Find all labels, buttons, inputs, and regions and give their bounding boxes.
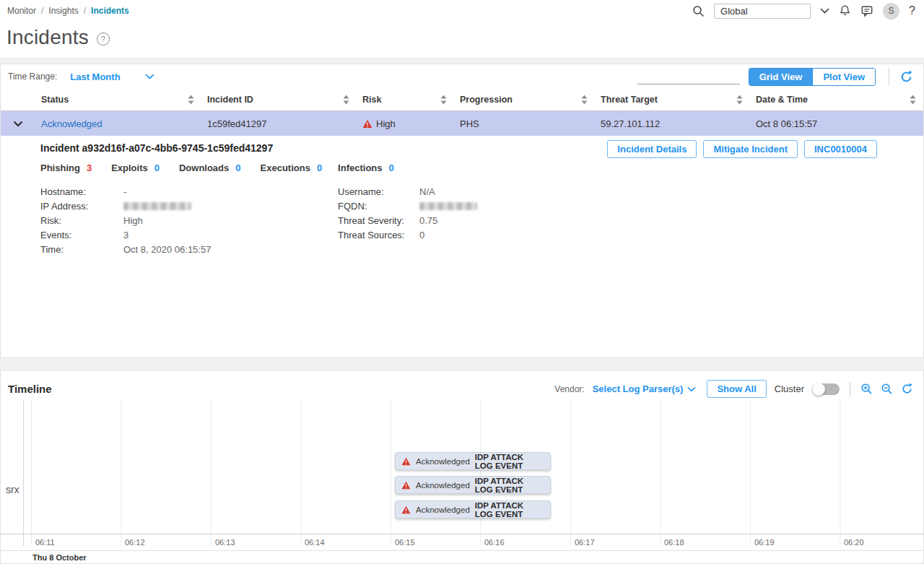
refresh-icon [899, 70, 913, 84]
global-search-button[interactable] [692, 5, 705, 17]
event-label: IDP ATTACK LOG EVENT [475, 477, 544, 494]
timeline-chart: srx Acknowledged IDP ATTACK LOG EVENT Ac… [1, 400, 923, 534]
page-title: Incidents [6, 26, 89, 49]
refresh-button[interactable] [899, 70, 913, 84]
column-header-progression[interactable]: Progression [454, 89, 595, 110]
grid-search [637, 69, 740, 84]
toolbar-divider [889, 68, 889, 85]
field-time: Time: Oct 8, 2020 06:15:57 [40, 242, 338, 256]
sort-icon[interactable] [343, 95, 349, 105]
log-parser-select[interactable]: Select Log Parser(s) [593, 383, 697, 394]
vendor-label: Vendor: [554, 384, 584, 394]
exploits-count-value[interactable]: 0 [154, 162, 160, 173]
grid-search-input[interactable] [637, 71, 767, 84]
row-status[interactable]: Acknowledged [35, 118, 201, 129]
column-header-status[interactable]: Status [35, 89, 201, 110]
timeline-refresh-button[interactable] [901, 383, 913, 395]
incidents-grid-card: Time Range: Last Month Grid View Plot Vi… [0, 64, 924, 358]
time-range-value[interactable]: Last Month [70, 71, 120, 82]
zoom-out-icon [881, 383, 893, 395]
row-incident-id: 1c59fed41297 [201, 118, 357, 129]
field-hostname: Hostname: - [40, 184, 338, 199]
axis-tick: 06:17 [575, 538, 595, 547]
axis-tick: 06:19 [754, 538, 775, 547]
warning-triangle-icon [401, 457, 411, 466]
incident-detail-panel: Incident a932d16f-a07c-4bb6-9745-1c59fed… [1, 136, 923, 256]
downloads-count-value[interactable]: 0 [235, 162, 240, 173]
timeline-date-label: Thu 8 October [32, 553, 87, 562]
row-expander[interactable] [1, 121, 35, 127]
sort-icon[interactable] [440, 95, 447, 105]
breadcrumb-incidents[interactable]: Incidents [91, 6, 129, 16]
notifications-button[interactable] [839, 4, 851, 17]
page-help-icon[interactable]: ? [97, 32, 110, 45]
search-icon [692, 5, 705, 17]
zoom-in-icon [860, 383, 873, 395]
timeline-title: Timeline [8, 383, 52, 395]
field-threat-severity: Threat Severity: 0.75 [338, 213, 477, 227]
sort-icon[interactable] [736, 95, 743, 105]
row-progression: PHS [454, 118, 595, 129]
event-status: Acknowledged [416, 457, 470, 466]
incident-details-button[interactable]: Incident Details [607, 140, 697, 158]
bell-icon [839, 4, 851, 17]
top-bar: Monitor / Insights / Incidents S [0, 0, 924, 22]
breadcrumb-monitor[interactable]: Monitor [7, 6, 36, 16]
help-button[interactable]: ? [909, 4, 915, 17]
column-header-date-time[interactable]: Date & Time [750, 89, 923, 110]
timeline-card: Timeline Vendor: Select Log Parser(s) Sh… [0, 370, 924, 564]
row-date-time: Oct 8 06:15:57 [750, 118, 923, 129]
show-all-button[interactable]: Show All [707, 380, 766, 398]
executions-count-value[interactable]: 0 [317, 162, 322, 173]
zoom-in-button[interactable] [860, 383, 873, 395]
sort-icon[interactable] [581, 95, 588, 105]
infections-count-value[interactable]: 0 [389, 162, 394, 173]
zoom-out-button[interactable] [881, 383, 893, 395]
column-header-threat-target[interactable]: Threat Target [595, 89, 750, 110]
timeline-axis-ticks: 06:11 06:12 06:13 06:14 06:15 06:16 06:1… [1, 534, 923, 550]
mitigate-incident-button[interactable]: Mitigate Incident [703, 140, 798, 158]
chevron-down-icon [13, 121, 23, 127]
ticket-number-button[interactable]: INC0010004 [804, 140, 877, 158]
timeline-event-badge[interactable]: Acknowledged IDP ATTACK LOG EVENT [395, 476, 551, 494]
axis-tick: 06:16 [484, 538, 505, 547]
user-avatar[interactable]: S [883, 3, 899, 19]
cluster-label: Cluster [775, 383, 804, 394]
phishing-count-value[interactable]: 3 [87, 162, 92, 173]
event-label: IDP ATTACK LOG EVENT [475, 501, 544, 519]
timeline-event-badge[interactable]: Acknowledged IDP ATTACK LOG EVENT [395, 452, 551, 470]
feedback-button[interactable] [860, 5, 873, 17]
timeline-event-badge[interactable]: Acknowledged IDP ATTACK LOG EVENT [395, 500, 551, 519]
page-header: Incidents ? [0, 22, 924, 58]
timeline-axis-line [23, 534, 24, 546]
breadcrumb-separator: / [41, 6, 43, 16]
field-threat-sources: Threat Sources: 0 [338, 227, 477, 242]
grid-view-button[interactable]: Grid View [749, 69, 813, 85]
field-events: Events: 3 [40, 227, 338, 242]
breadcrumb-separator: / [84, 6, 86, 16]
row-risk: High [357, 118, 454, 129]
grid-toolbar: Time Range: Last Month Grid View Plot Vi… [1, 64, 923, 89]
breadcrumb-insights[interactable]: Insights [48, 6, 78, 16]
time-range-chevron-icon[interactable] [145, 74, 154, 79]
table-row[interactable]: Acknowledged 1c59fed41297 High PHS 59.27… [1, 111, 923, 136]
axis-tick: 06:13 [215, 538, 235, 547]
timeline-divider [850, 382, 850, 396]
phishing-count-label: Phishing [40, 162, 80, 173]
chevron-down-icon [820, 8, 829, 14]
column-header-risk[interactable]: Risk [357, 89, 454, 110]
executions-count-label: Executions [261, 162, 310, 173]
axis-tick: 06:11 [35, 538, 55, 547]
cluster-toggle[interactable] [812, 383, 840, 395]
sort-icon[interactable] [188, 95, 194, 105]
threat-counts: Phishing 3 Exploits 0 Downloads 0 Execut… [40, 162, 923, 173]
comment-icon [860, 5, 873, 17]
warning-triangle-icon [401, 506, 411, 514]
global-scope-input[interactable] [714, 4, 811, 19]
refresh-icon [901, 383, 913, 395]
column-header-incident-id[interactable]: Incident ID [201, 89, 357, 110]
global-scope-dropdown-button[interactable] [820, 8, 829, 14]
plot-view-button[interactable]: Plot View [812, 69, 875, 85]
sort-icon[interactable] [910, 95, 916, 105]
infections-count-label: Infections [338, 162, 382, 173]
